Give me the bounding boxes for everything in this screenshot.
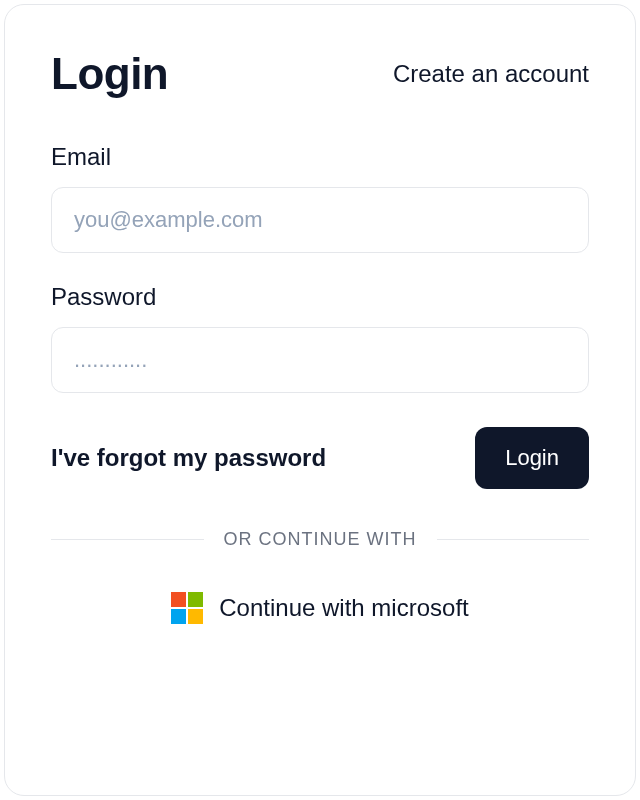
microsoft-logo-icon (171, 592, 203, 624)
forgot-password-link[interactable]: I've forgot my password (51, 444, 326, 472)
ms-square-yellow (188, 609, 203, 624)
page-title: Login (51, 49, 168, 99)
divider-text: OR CONTINUE WITH (224, 529, 417, 550)
continue-with-microsoft-button[interactable]: Continue with microsoft (51, 582, 589, 634)
create-account-link[interactable]: Create an account (393, 60, 589, 88)
header-row: Login Create an account (51, 49, 589, 99)
divider-line-left (51, 539, 204, 540)
email-input[interactable] (51, 187, 589, 253)
divider-line-right (437, 539, 590, 540)
password-label: Password (51, 283, 589, 311)
email-field-group: Email (51, 143, 589, 253)
password-field-group: Password (51, 283, 589, 393)
email-label: Email (51, 143, 589, 171)
ms-square-green (188, 592, 203, 607)
action-row: I've forgot my password Login (51, 427, 589, 489)
ms-square-red (171, 592, 186, 607)
login-button[interactable]: Login (475, 427, 589, 489)
microsoft-button-label: Continue with microsoft (219, 594, 468, 622)
ms-square-blue (171, 609, 186, 624)
password-input[interactable] (51, 327, 589, 393)
divider: OR CONTINUE WITH (51, 529, 589, 550)
login-card: Login Create an account Email Password I… (4, 4, 636, 796)
